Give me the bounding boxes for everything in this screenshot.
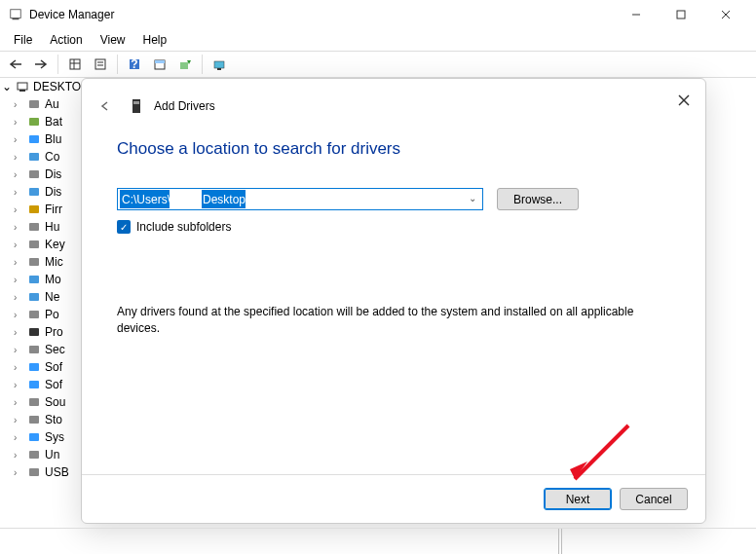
scan-hardware-button[interactable] (208, 54, 231, 75)
cancel-button[interactable]: Cancel (620, 488, 688, 510)
svg-rect-19 (18, 83, 27, 90)
expand-icon[interactable]: › (14, 275, 23, 285)
expand-icon[interactable]: › (14, 187, 23, 198)
svg-rect-16 (180, 62, 188, 69)
chevron-down-icon[interactable]: ⌄ (469, 193, 476, 203)
svg-rect-23 (29, 135, 39, 143)
description-text: Any drivers found at the specified locat… (117, 304, 670, 337)
nav-back-button[interactable] (4, 54, 27, 75)
tree-item-label: Co (45, 150, 59, 164)
tree-item[interactable]: › Au (2, 95, 84, 113)
expand-icon[interactable]: › (14, 327, 23, 338)
device-category-icon (26, 96, 42, 112)
expand-icon[interactable]: › (14, 222, 23, 233)
expand-icon[interactable]: › (14, 432, 23, 443)
expand-icon[interactable]: › (14, 152, 23, 163)
add-drivers-dialog: Add Drivers Choose a location to search … (81, 78, 706, 524)
device-category-icon (26, 254, 42, 270)
tree-item[interactable]: › Dis (2, 166, 84, 183)
splitter[interactable] (558, 529, 562, 554)
device-tree[interactable]: ⌄ DESKTO › Au› Bat› Blu› Co› Dis› Dis› F… (2, 78, 84, 506)
tree-item-label: Dis (45, 185, 61, 199)
action-button[interactable] (148, 54, 171, 75)
device-category-icon (26, 237, 42, 252)
svg-rect-39 (29, 416, 39, 424)
expand-icon[interactable]: › (14, 397, 23, 408)
menu-view[interactable]: View (93, 31, 133, 49)
svg-rect-1 (13, 18, 19, 20)
expand-icon[interactable]: › (14, 169, 23, 180)
update-driver-button[interactable] (173, 54, 197, 75)
expand-icon[interactable]: › (14, 292, 23, 303)
tree-item[interactable]: › USB (2, 463, 84, 481)
svg-rect-15 (155, 60, 165, 63)
expand-icon[interactable]: › (14, 380, 23, 390)
dialog-close-button[interactable] (674, 91, 694, 110)
menu-file[interactable]: File (6, 31, 40, 49)
tree-item[interactable]: › Sec (2, 341, 84, 358)
path-segment-1: C:\Users\ (122, 193, 170, 206)
tree-item[interactable]: › Ne (2, 288, 84, 306)
browse-button[interactable]: Browse... (497, 188, 579, 210)
tree-item[interactable]: › Blu (2, 130, 84, 148)
svg-rect-30 (29, 258, 39, 266)
menu-help[interactable]: Help (135, 31, 175, 49)
expand-icon[interactable]: › (14, 467, 23, 478)
expand-icon[interactable]: › (14, 345, 23, 355)
dialog-back-button[interactable] (95, 96, 115, 116)
close-button[interactable] (703, 0, 748, 29)
tree-item[interactable]: › Hu (2, 218, 84, 236)
expand-icon[interactable]: › (14, 450, 23, 461)
collapse-icon[interactable]: ⌄ (2, 80, 12, 93)
device-category-icon (26, 359, 42, 375)
expand-icon[interactable]: › (14, 99, 23, 110)
tree-item[interactable]: › Sou (2, 393, 84, 411)
tree-item[interactable]: › Po (2, 306, 84, 323)
expand-icon[interactable]: › (14, 117, 23, 128)
expand-icon[interactable]: › (14, 134, 23, 145)
tree-item-label: Sof (45, 378, 62, 391)
svg-rect-38 (29, 398, 39, 406)
tree-item[interactable]: › Pro (2, 323, 84, 341)
svg-rect-17 (214, 61, 224, 68)
tree-item-label: Bat (45, 115, 62, 129)
tree-item[interactable]: › Key (2, 236, 84, 253)
expand-icon[interactable]: › (14, 204, 23, 215)
tree-root[interactable]: ⌄ DESKTO (2, 78, 84, 95)
tree-item-label: Sto (45, 413, 62, 426)
tree-item[interactable]: › Mic (2, 253, 84, 271)
tree-item[interactable]: › Un (2, 446, 84, 463)
properties-button[interactable] (89, 54, 112, 75)
minimize-button[interactable] (614, 0, 659, 29)
checkbox-checked-icon[interactable]: ✓ (117, 220, 131, 234)
expand-icon[interactable]: › (14, 362, 23, 373)
tree-item[interactable]: › Sof (2, 376, 84, 393)
tree-item[interactable]: › Bat (2, 113, 84, 130)
include-subfolders-row[interactable]: ✓ Include subfolders (117, 220, 670, 234)
tree-item[interactable]: › Sys (2, 428, 84, 446)
svg-rect-9 (95, 59, 105, 69)
expand-icon[interactable]: › (14, 310, 23, 320)
dialog-footer: Next Cancel (82, 474, 705, 523)
tree-item[interactable]: › Co (2, 148, 84, 166)
expand-icon[interactable]: › (14, 240, 23, 250)
section-title: Choose a location to search for drivers (117, 139, 670, 159)
show-hidden-button[interactable] (63, 54, 87, 75)
tree-item[interactable]: › Firr (2, 201, 84, 218)
nav-forward-button[interactable] (29, 54, 53, 75)
next-button[interactable]: Next (544, 488, 612, 510)
tree-item[interactable]: › Dis (2, 183, 84, 201)
expand-icon[interactable]: › (14, 257, 23, 268)
expand-icon[interactable]: › (14, 415, 23, 425)
maximize-button[interactable] (659, 0, 703, 29)
menu-action[interactable]: Action (42, 31, 90, 49)
tree-item[interactable]: › Sto (2, 411, 84, 428)
checkbox-label: Include subfolders (136, 220, 231, 234)
device-category-icon (26, 394, 42, 410)
tree-item-label: USB (45, 465, 69, 479)
tree-item[interactable]: › Sof (2, 358, 84, 376)
help-button[interactable]: ? (123, 54, 146, 75)
device-category-icon (26, 447, 42, 462)
path-combobox[interactable]: C:\Users\ Desktop ⌄ (117, 188, 483, 210)
tree-item[interactable]: › Mo (2, 271, 84, 288)
